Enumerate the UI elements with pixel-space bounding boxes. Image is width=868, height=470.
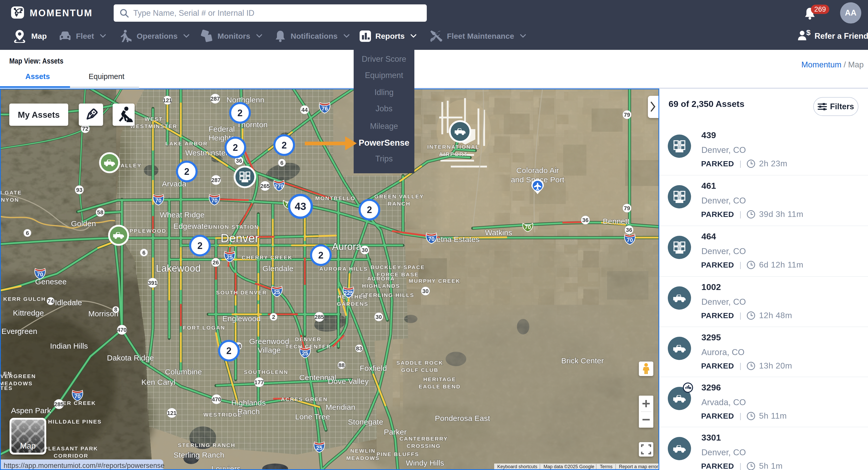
svg-text:CROSSING: CROSSING — [407, 443, 441, 449]
svg-text:Louviers: Louviers — [211, 464, 241, 470]
svg-text:Englewood: Englewood — [222, 314, 261, 323]
svg-text:Dakota Ridge: Dakota Ridge — [107, 353, 154, 362]
svg-text:Denver: Denver — [221, 231, 259, 245]
svg-text:Edgewater: Edgewater — [173, 222, 210, 230]
svg-text:70: 70 — [627, 237, 633, 243]
svg-text:Windy Hills: Windy Hills — [406, 459, 444, 467]
svg-text:PLEASANT PARK: PLEASANT PARK — [44, 445, 98, 451]
svg-text:HERITAGE: HERITAGE — [424, 376, 456, 382]
svg-text:RANCH: RANCH — [388, 201, 410, 207]
svg-text:470: 470 — [212, 396, 221, 403]
svg-text:APPLEWOOD: APPLEWOOD — [125, 228, 166, 234]
svg-text:70: 70 — [211, 197, 218, 204]
svg-text:Stonegate: Stonegate — [348, 417, 383, 426]
svg-text:121: 121 — [167, 410, 177, 416]
svg-text:6: 6 — [142, 249, 146, 256]
svg-text:WESTRIDGE: WESTRIDGE — [203, 412, 242, 417]
svg-text:30: 30 — [423, 288, 429, 294]
svg-text:Lone Tree: Lone Tree — [295, 412, 330, 421]
svg-text:72: 72 — [82, 126, 88, 132]
svg-text:Idledale: Idledale — [55, 298, 82, 307]
svg-text:LAKE ARBOR: LAKE ARBOR — [165, 140, 208, 147]
svg-text:470: 470 — [117, 327, 127, 333]
svg-text:83: 83 — [356, 345, 362, 352]
svg-text:STERLING HILLS: STERLING HILLS — [361, 292, 414, 298]
svg-text:Ken Caryl: Ken Caryl — [141, 378, 176, 386]
svg-text:25: 25 — [302, 350, 308, 357]
svg-text:Westminster: Westminster — [185, 149, 228, 157]
svg-text:Map: Map — [20, 441, 36, 450]
svg-text:88: 88 — [338, 362, 345, 369]
svg-text:GOLF CLUB: GOLF CLUB — [401, 367, 439, 373]
svg-text:70: 70 — [428, 236, 435, 242]
svg-text:WESTMINSTER: WESTMINSTER — [130, 123, 178, 129]
svg-text:2: 2 — [226, 346, 231, 356]
svg-text:DENVER: DENVER — [295, 336, 322, 342]
svg-text:Brick Center: Brick Center — [561, 356, 604, 365]
svg-text:6: 6 — [26, 230, 29, 236]
svg-text:Northglenn: Northglenn — [226, 96, 265, 104]
svg-text:225: 225 — [344, 290, 353, 296]
svg-text:25: 25 — [316, 445, 322, 451]
svg-text:Lakewood: Lakewood — [156, 263, 200, 274]
svg-text:EN: EN — [3, 371, 12, 377]
svg-text:74: 74 — [48, 298, 54, 305]
svg-text:265: 265 — [260, 183, 270, 189]
svg-text:Columbine: Columbine — [165, 368, 202, 376]
svg-text:44: 44 — [302, 107, 308, 113]
svg-text:UNION STATION: UNION STATION — [209, 224, 259, 230]
svg-text:CORRIDOR: CORRIDOR — [54, 453, 88, 459]
svg-text:SOUTH DENVER: SOUTH DENVER — [216, 289, 267, 295]
svg-text:Glendale: Glendale — [262, 264, 293, 273]
svg-text:Aspen Park: Aspen Park — [11, 406, 51, 415]
svg-text:Terms: Terms — [600, 464, 613, 469]
svg-text:EN GATE: EN GATE — [0, 190, 22, 195]
svg-text:Keyboard shortcuts: Keyboard shortcuts — [497, 464, 537, 469]
svg-text:70: 70 — [155, 197, 161, 204]
svg-text:2: 2 — [233, 142, 238, 153]
svg-text:STERLING RANCH: STERLING RANCH — [178, 442, 236, 448]
svg-text:Kittredge: Kittredge — [13, 309, 44, 317]
svg-text:Report a map error: Report a map error — [619, 464, 658, 469]
svg-text:70: 70 — [37, 271, 43, 278]
svg-text:79: 79 — [624, 205, 630, 212]
svg-text:287: 287 — [211, 177, 221, 183]
svg-text:Colorado Air: Colorado Air — [516, 166, 559, 175]
svg-text:2: 2 — [272, 314, 275, 320]
svg-text:26: 26 — [213, 259, 219, 266]
svg-text:287: 287 — [211, 96, 220, 102]
svg-text:MEADOWS: MEADOWS — [346, 455, 380, 461]
svg-text:PINE BLUFFS: PINE BLUFFS — [376, 451, 419, 457]
svg-text:CHERRY CREEK: CHERRY CREEK — [242, 254, 293, 260]
svg-text:HIGHLANDS: HIGHLANDS — [362, 283, 400, 289]
svg-text:BUCKLEY SPACE: BUCKLEY SPACE — [371, 264, 425, 270]
svg-text:285: 285 — [54, 401, 64, 408]
svg-text:AURORA HILLS: AURORA HILLS — [319, 266, 368, 272]
svg-text:Sterling Ranch: Sterling Ranch — [174, 451, 224, 459]
svg-text:30: 30 — [376, 314, 382, 320]
svg-text:Wheat Ridge: Wheat Ridge — [160, 211, 204, 219]
svg-text:FORT LOGAN: FORT LOGAN — [183, 324, 225, 331]
svg-text:GARDENS: GARDENS — [337, 301, 369, 307]
svg-text:NEWLIN: NEWLIN — [350, 448, 376, 454]
svg-text:Bennett: Bennett — [603, 217, 629, 225]
svg-text:6: 6 — [280, 160, 283, 166]
svg-text:My Assets: My Assets — [18, 110, 60, 120]
svg-text:391: 391 — [148, 280, 158, 286]
svg-text:270: 270 — [274, 183, 284, 190]
svg-text:TES: TES — [0, 385, 13, 391]
svg-text:2: 2 — [184, 166, 189, 177]
svg-text:Dove Valley: Dove Valley — [328, 377, 369, 385]
svg-text:177: 177 — [254, 379, 264, 385]
svg-text:MURPHY CREEK: MURPHY CREEK — [409, 278, 460, 284]
svg-text:Watkins: Watkins — [485, 228, 512, 237]
svg-text:2: 2 — [367, 205, 372, 215]
svg-text:Map data ©2025 Google: Map data ©2025 Google — [544, 464, 594, 469]
svg-text:43: 43 — [295, 201, 306, 212]
svg-text:https://app.momentumiot.com/#/: https://app.momentumiot.com/#/reports/po… — [4, 462, 164, 469]
svg-text:58: 58 — [97, 209, 103, 216]
svg-text:70: 70 — [525, 224, 531, 230]
svg-text:Golden: Golden — [71, 219, 96, 228]
svg-text:Ponderosa East: Ponderosa East — [435, 414, 490, 422]
svg-text:Parker: Parker — [384, 428, 407, 436]
